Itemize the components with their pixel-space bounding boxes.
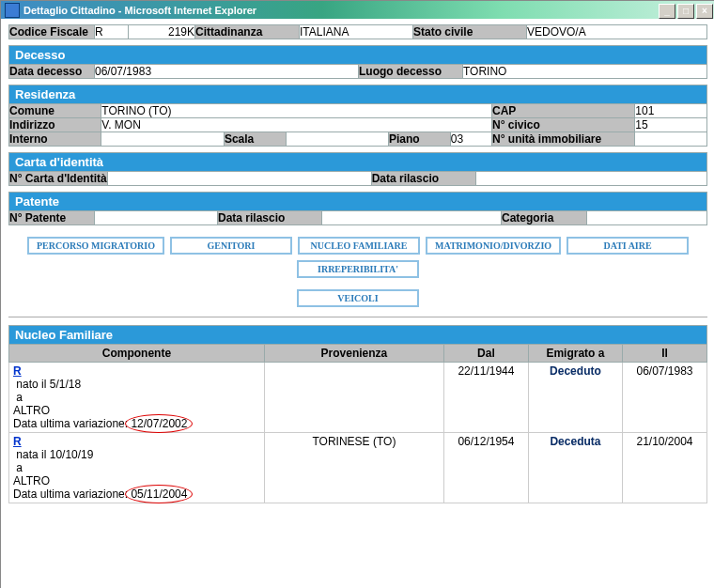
col-il: Il xyxy=(622,345,706,363)
divider xyxy=(8,317,707,317)
data-decesso-label: Data decesso xyxy=(9,65,95,79)
carta-num-label: N° Carta d'Identità xyxy=(9,172,108,186)
componente-link[interactable]: R xyxy=(13,364,22,378)
variazione-label: Data ultima variazione: xyxy=(13,487,131,501)
comune-label: Comune xyxy=(9,104,101,118)
col-dal: Dal xyxy=(443,345,528,363)
table-row: R nato il 5/1/18 a ALTRO Data ultima var… xyxy=(9,363,707,433)
variazione-date-circled: 05/11/2004 xyxy=(131,487,187,501)
il-val: 21/10/2004 xyxy=(622,433,706,503)
patente-num-val xyxy=(95,211,218,225)
veicoli-button[interactable]: VEICOLI xyxy=(297,289,419,307)
indirizzo-label: Indirizzo xyxy=(9,118,101,132)
carta-header: Carta d'identità xyxy=(8,152,707,171)
emigrato-val: Deceduto xyxy=(528,363,622,433)
codice-fiscale-val2: 219K xyxy=(129,25,195,39)
cittadinanza-label: Cittadinanza xyxy=(195,25,300,39)
variazione-date-circled: 12/07/2002 xyxy=(131,417,187,430)
carta-rilascio-label: Data rilascio xyxy=(371,172,475,186)
nucleo-table: Componente Provenienza Dal Emigrato a Il… xyxy=(8,344,707,503)
civico-label: N° civico xyxy=(492,118,635,132)
identity-row: Codice Fiscale R 219K Cittadinanza ITALI… xyxy=(8,24,707,39)
provenienza-val xyxy=(264,363,443,433)
patente-rilascio-label: Data rilascio xyxy=(218,211,322,225)
decesso-table: Data decesso 06/07/1983 Luogo decesso TO… xyxy=(8,64,707,79)
decesso-header: Decesso xyxy=(8,45,707,64)
window-buttons: _ □ × xyxy=(659,2,714,19)
componente-link[interactable]: R xyxy=(13,435,22,448)
window-title: Dettaglio Cittadino - Microsoft Internet… xyxy=(23,5,256,16)
piano-val: 03 xyxy=(450,132,491,147)
patente-table: N° Patente Data rilascio Categoria xyxy=(8,210,707,225)
col-componente: Componente xyxy=(9,345,265,363)
interno-val xyxy=(101,132,225,147)
componente-cell: R nata il 10/10/19 a ALTRO Data ultima v… xyxy=(9,433,265,503)
componente-cell: R nato il 5/1/18 a ALTRO Data ultima var… xyxy=(9,363,265,433)
stato-civile-val: VEDOVO/A xyxy=(527,25,707,39)
indirizzo-val: V. MON xyxy=(101,118,492,132)
titlebar: Dettaglio Cittadino - Microsoft Internet… xyxy=(1,1,714,19)
dal-val: 22/11/1944 xyxy=(443,363,528,433)
scala-val xyxy=(286,132,388,147)
genitori-button[interactable]: GENITORI xyxy=(170,237,292,255)
residenza-header: Residenza xyxy=(8,85,707,103)
percorso-migratorio-button[interactable]: PERCORSO MIGRATORIO xyxy=(27,237,164,255)
categoria-label: Categoria xyxy=(502,211,587,225)
nato-prefix: nato il xyxy=(16,378,49,391)
dati-aire-button[interactable]: DATI AIRE xyxy=(567,237,689,255)
carta-num-val xyxy=(107,172,371,186)
irreperibilita-button[interactable]: IRREPERIBILITA' xyxy=(297,260,419,278)
close-button[interactable]: × xyxy=(696,4,713,19)
piano-label: Piano xyxy=(388,132,450,147)
luogo-nascita: ALTRO xyxy=(13,474,50,487)
scala-label: Scala xyxy=(224,132,286,147)
matrimonio-divorzio-button[interactable]: MATRIMONIO/DIVORZIO xyxy=(426,237,561,255)
page-content: Codice Fiscale R 219K Cittadinanza ITALI… xyxy=(1,19,714,588)
dal-val: 06/12/1954 xyxy=(443,433,528,503)
nucleo-header: Nucleo Familiare xyxy=(8,325,707,344)
luogo-decesso-label: Luogo decesso xyxy=(359,65,463,79)
comune-val: TORINO (TO) xyxy=(101,104,492,118)
carta-table: N° Carta d'Identità Data rilascio xyxy=(8,171,707,186)
unita-label: N° unità immobiliare xyxy=(492,132,635,147)
cittadinanza-val: ITALIANA xyxy=(300,25,413,39)
carta-rilascio-val xyxy=(475,172,706,186)
il-val: 06/07/1983 xyxy=(622,363,706,433)
a-label: a xyxy=(16,391,23,404)
stato-civile-label: Stato civile xyxy=(413,25,527,39)
categoria-val xyxy=(587,211,707,225)
nato-date: 10/10/19 xyxy=(50,448,94,461)
patente-rilascio-val xyxy=(322,211,502,225)
patente-header: Patente xyxy=(8,192,707,210)
luogo-decesso-val: TORINO xyxy=(463,65,707,79)
patente-num-label: N° Patente xyxy=(9,211,95,225)
emigrato-val: Deceduta xyxy=(528,433,622,503)
minimize-button[interactable]: _ xyxy=(659,4,675,19)
civico-val: 15 xyxy=(635,118,707,132)
variazione-label: Data ultima variazione: xyxy=(13,417,131,430)
nato-date: 5/1/18 xyxy=(50,378,81,391)
codice-fiscale-val1: R xyxy=(95,25,129,39)
col-provenienza: Provenienza xyxy=(264,345,443,363)
nucleo-familiare-button[interactable]: NUCLEO FAMILIARE xyxy=(298,237,420,255)
a-label: a xyxy=(16,461,23,474)
col-emigrato: Emigrato a xyxy=(528,345,622,363)
codice-fiscale-label: Codice Fiscale xyxy=(9,25,95,39)
unita-val xyxy=(635,132,707,147)
table-row: R nata il 10/10/19 a ALTRO Data ultima v… xyxy=(9,433,707,503)
nato-prefix: nata il xyxy=(16,448,49,461)
provenienza-val: TORINESE (TO) xyxy=(264,433,443,503)
residenza-table: Comune TORINO (TO) CAP 101 Indirizzo V. … xyxy=(8,103,707,147)
luogo-nascita: ALTRO xyxy=(13,404,50,417)
ie-icon xyxy=(5,3,20,18)
interno-label: Interno xyxy=(9,132,101,147)
maximize-button[interactable]: □ xyxy=(677,4,694,19)
action-buttons: PERCORSO MIGRATORIO GENITORI NUCLEO FAMI… xyxy=(8,231,707,313)
data-decesso-val: 06/07/1983 xyxy=(95,65,359,79)
cap-val: 101 xyxy=(635,104,707,118)
cap-label: CAP xyxy=(492,104,635,118)
ie-window: Dettaglio Cittadino - Microsoft Internet… xyxy=(0,0,714,588)
